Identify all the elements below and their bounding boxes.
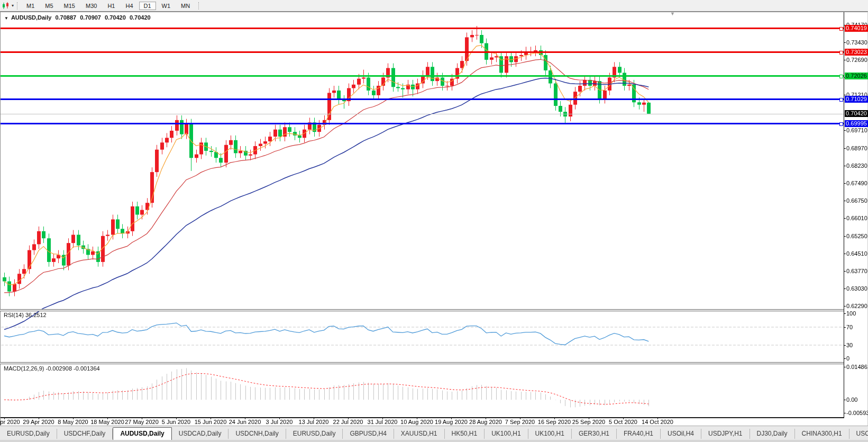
tab-ger30-h1[interactable]: GER30,H1: [572, 429, 617, 439]
ohlc-open: 0.70887: [55, 14, 76, 21]
timeframe-button-m1[interactable]: M1: [22, 2, 39, 10]
tab-usdcad-daily[interactable]: USDCAD,Daily: [172, 429, 229, 439]
current-price-line: [1, 114, 844, 114]
rsi-axis-label: 30: [846, 342, 853, 348]
tab-audusd-daily[interactable]: AUDUSD,Daily: [113, 427, 171, 440]
date-axis-label: 14 Oct 2020: [635, 419, 680, 425]
timeframe-button-m30[interactable]: M30: [81, 2, 102, 10]
price-axis-label: 0.63030: [846, 285, 867, 292]
ohlc-close: 0.70420: [130, 14, 151, 21]
chart-type-icon[interactable]: [2, 2, 10, 10]
price-axis-label: 0.65250: [846, 233, 867, 239]
rsi-axis-label: 70: [846, 324, 853, 330]
timeframe-button-h4[interactable]: H4: [121, 2, 138, 10]
tab-china300-h1[interactable]: CHINA300,H1: [795, 429, 849, 439]
chevron-down-icon[interactable]: ▾: [12, 3, 14, 8]
chart-canvas[interactable]: [0, 0, 868, 442]
time-axis-line: [1, 417, 844, 418]
timeframe-toolbar: ▾ M1 M5 M15 M30 H1 H4 D1 W1 MN: [0, 0, 868, 11]
price-axis-label: 0.64510: [846, 250, 867, 257]
price-axis-label: 0.66750: [846, 197, 867, 204]
timeframe-button-m5[interactable]: M5: [40, 2, 58, 10]
tab-xauusd-h1[interactable]: XAUUSD,H1: [394, 429, 445, 439]
price-axis-label: 0.68230: [846, 163, 867, 169]
application-window: ▾ M1 M5 M15 M30 H1 H4 D1 W1 MN ▼AUDUSD,D…: [0, 0, 868, 442]
tab-gbpusd-h4[interactable]: GBPUSD,H4: [343, 429, 394, 439]
ohlc-low: 0.70420: [105, 14, 126, 21]
pane-separator-macd[interactable]: [0, 362, 844, 364]
resistance-line-2-price-tag: 0.73023: [845, 49, 868, 56]
tab-usdcnh-daily[interactable]: USDCNH,Daily: [229, 429, 286, 439]
chart-symbol: AUDUSD,Daily: [11, 14, 51, 21]
timeframe-button-w1[interactable]: W1: [157, 2, 176, 10]
rsi-axis-label: 100: [846, 310, 856, 317]
resistance-line-2[interactable]: [1, 51, 844, 53]
pane-separator-rsi[interactable]: [0, 309, 844, 311]
timeframe-button-d1[interactable]: D1: [139, 2, 156, 10]
window-menu-icon[interactable]: ▼: [4, 16, 8, 21]
chart-title: ▼AUDUSD,Daily 0.70887 0.70907 0.70420 0.…: [4, 14, 153, 21]
tab-fra40-h1[interactable]: FRA40,H1: [617, 429, 661, 439]
price-axis-label: 0.66010: [846, 215, 867, 221]
price-axis-label: 0.62290: [846, 303, 867, 309]
resistance-line-2-anchor: [839, 51, 843, 55]
support-line-1-anchor: [839, 98, 843, 102]
symbol-tab-bar: EURUSD,DailyUSDCHF,DailyAUDUSD,DailyUSDC…: [0, 426, 868, 440]
price-axis-label: 0.68970: [846, 145, 867, 151]
support-line-1[interactable]: [1, 98, 844, 100]
ohlc-high: 0.70907: [80, 14, 101, 21]
macd-axis-label: 0.014861: [846, 364, 868, 370]
timeframe-button-h1[interactable]: H1: [103, 2, 120, 10]
macd-axis-label: 0.00: [846, 396, 857, 403]
resistance-line-1[interactable]: [1, 28, 844, 29]
current-price-tag: 0.70420: [845, 110, 868, 117]
toolbar-separator: [17, 2, 18, 10]
tab-hk50-h1[interactable]: HK50,H1: [445, 429, 485, 439]
tab-usdchf-daily[interactable]: USDCHF,Daily: [57, 429, 113, 439]
tab-dj30-daily[interactable]: DJ30,Daily: [750, 429, 795, 439]
timeframe-button-m15[interactable]: M15: [59, 2, 80, 10]
tab-usdjpy-h1[interactable]: USDJPY,H1: [701, 429, 750, 439]
tab-usoil-h4[interactable]: USOil,H4: [661, 429, 701, 439]
support-line-2-anchor: [839, 122, 843, 126]
support-line-2-price-tag: 0.69995: [845, 120, 868, 127]
support-line-2[interactable]: [1, 123, 844, 124]
macd-indicator-label: MACD(12,26,9) -0.002908 -0.001364: [4, 365, 100, 372]
timeframe-button-mn[interactable]: MN: [176, 2, 195, 10]
support-line-1-price-tag: 0.71029: [845, 96, 868, 103]
chart-shift-marker-icon: ▼: [670, 11, 675, 16]
pivot-line[interactable]: [1, 75, 844, 77]
macd-axis-label: -0.005938: [846, 410, 868, 416]
tab-eurusd-daily[interactable]: EURUSD,Daily: [286, 429, 343, 439]
pivot-line-anchor: [839, 75, 843, 78]
tab-usoil-h1[interactable]: USOil,H1: [849, 429, 868, 439]
rsi-axis-label: 0: [846, 355, 849, 362]
price-axis-line: [844, 12, 844, 418]
resistance-line-1-price-tag: 0.74019: [845, 25, 868, 32]
rsi-indicator-label: RSI(14) 36.2512: [4, 312, 47, 318]
price-axis-label: 0.63770: [846, 268, 867, 274]
tab-uk100-h1[interactable]: UK100,H1: [485, 429, 528, 439]
tab-eurusd-daily[interactable]: EURUSD,Daily: [0, 429, 57, 439]
resistance-line-1-anchor: [839, 27, 843, 31]
tab-uk100-h1[interactable]: UK100,H1: [528, 429, 572, 439]
price-axis-label: 0.73430: [846, 39, 867, 46]
price-axis-label: 0.67490: [846, 180, 867, 186]
toolbar-separator: [198, 2, 199, 10]
price-axis-label: 0.72690: [846, 57, 867, 63]
price-axis-label: 0.69710: [846, 127, 867, 133]
pivot-line-price-tag: 0.72026: [845, 73, 868, 79]
